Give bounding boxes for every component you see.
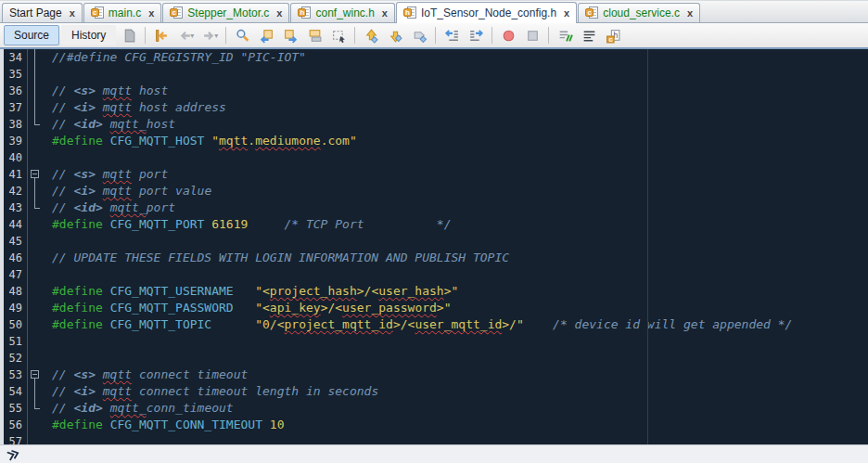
code-text: #define CFG_MQTT_PORT 61619 /* TCP Port … bbox=[42, 216, 452, 233]
tab-cloud-service-c[interactable]: ccloud_service.cx bbox=[578, 3, 700, 22]
fold-indicator bbox=[28, 333, 42, 350]
code-text: // <i> mqtt host address bbox=[42, 99, 226, 116]
line-number[interactable]: 55 bbox=[4, 400, 28, 417]
line-number[interactable]: 56 bbox=[4, 417, 28, 433]
tab-stepper-motor-c[interactable]: cStepper_Motor.cx bbox=[162, 3, 289, 22]
line-number[interactable]: 41 bbox=[4, 166, 28, 183]
code-text: #define CFG_MQTT_TOPIC "0/<project_mqtt_… bbox=[42, 316, 792, 333]
line-number[interactable]: 47 bbox=[4, 266, 28, 283]
shift-line-right-button[interactable] bbox=[465, 25, 487, 45]
code-text: // <i> mqtt connect timeout length in se… bbox=[42, 383, 378, 400]
code-token: >/< bbox=[393, 317, 415, 331]
fold-indicator[interactable] bbox=[28, 367, 42, 383]
line-number[interactable]: 39 bbox=[4, 133, 28, 149]
toolbar-separator bbox=[145, 27, 146, 44]
file-type-badge: h bbox=[298, 8, 306, 17]
expand-window-chevron-icon[interactable] bbox=[3, 444, 23, 463]
previous-bookmark-button[interactable] bbox=[360, 25, 382, 45]
code-line: 50#define CFG_MQTT_TOPIC "0/<project_mqt… bbox=[0, 316, 868, 333]
file-type-badge: c bbox=[585, 8, 594, 17]
start-macro-recording-button[interactable] bbox=[497, 25, 519, 45]
uncomment-lines-button[interactable] bbox=[578, 25, 600, 45]
tab-start-page[interactable]: Start Pagex bbox=[2, 3, 83, 22]
line-number[interactable]: 50 bbox=[4, 316, 28, 333]
line-number[interactable]: 48 bbox=[4, 283, 28, 300]
fold-toggle-icon[interactable] bbox=[31, 170, 39, 178]
line-number[interactable]: 44 bbox=[4, 216, 28, 233]
last-edit-position-icon[interactable] bbox=[118, 25, 140, 45]
line-number[interactable]: 57 bbox=[4, 433, 28, 444]
code-token: project_mqtt_id bbox=[284, 317, 392, 331]
code-text bbox=[42, 233, 52, 250]
toggle-bookmark-button[interactable] bbox=[408, 25, 430, 45]
line-number[interactable]: 54 bbox=[4, 383, 28, 400]
line-number[interactable]: 53 bbox=[4, 367, 28, 383]
source-view-button[interactable]: Source bbox=[4, 25, 59, 45]
code-token: // bbox=[52, 117, 73, 131]
tab-iot-sensor-node-config-h[interactable]: hIoT_Sensor_Node_config.hx bbox=[396, 2, 577, 23]
tab-close-icon[interactable]: x bbox=[276, 7, 282, 19]
code-token: . bbox=[248, 134, 255, 148]
tab-close-icon[interactable]: x bbox=[687, 7, 693, 19]
history-view-button[interactable]: History bbox=[61, 25, 116, 45]
find-selection-icon[interactable] bbox=[231, 25, 253, 45]
code-token: >" bbox=[444, 284, 459, 298]
code-area[interactable]: 34//#define CFG_REGISTRY_ID "PIC-IOT"353… bbox=[0, 49, 868, 444]
comment-lines-button[interactable] bbox=[554, 25, 576, 45]
code-token bbox=[103, 301, 110, 315]
code-token: port bbox=[132, 167, 168, 181]
tab-label: IoT_Sensor_Node_config.h bbox=[421, 6, 556, 19]
tab-conf-winc-h[interactable]: hconf_winc.hx bbox=[290, 3, 395, 22]
next-bookmark-button[interactable] bbox=[384, 25, 406, 45]
fold-indicator bbox=[28, 417, 42, 433]
code-line: 48#define CFG_MQTT_USERNAME "<project_ha… bbox=[0, 283, 868, 300]
code-token: >/< bbox=[357, 284, 378, 298]
line-number[interactable]: 49 bbox=[4, 300, 28, 316]
toggle-highlight-search-button[interactable] bbox=[303, 25, 326, 45]
line-number[interactable]: 34 bbox=[4, 49, 28, 66]
line-number[interactable]: 42 bbox=[4, 183, 28, 199]
code-line: 54// <i> mqtt connect timeout length in … bbox=[0, 383, 868, 400]
line-number[interactable]: 36 bbox=[4, 83, 28, 99]
line-number[interactable]: 35 bbox=[4, 66, 28, 83]
toggle-rectangular-selection-button[interactable] bbox=[327, 25, 350, 45]
code-token: mqtt bbox=[103, 167, 132, 181]
code-token: CFG_MQTT_CONN_TIMEOUT bbox=[110, 418, 262, 431]
code-token: mqtt bbox=[103, 384, 132, 398]
tab-close-icon[interactable]: x bbox=[382, 7, 388, 19]
line-number[interactable]: 51 bbox=[4, 333, 28, 350]
jump-to-last-edit-button[interactable] bbox=[150, 25, 172, 45]
editor-toolbar: Source History ▾ ▾ bbox=[0, 23, 868, 49]
tab-main-c[interactable]: cmain.cx bbox=[83, 3, 161, 22]
file-icon-c: c bbox=[170, 6, 183, 19]
line-number[interactable]: 37 bbox=[4, 99, 28, 116]
code-token: mqtt_ bbox=[110, 401, 147, 415]
code-text bbox=[42, 333, 52, 350]
find-previous-button[interactable] bbox=[255, 25, 277, 45]
tab-close-icon[interactable]: x bbox=[70, 7, 75, 19]
navigate-forward-button[interactable]: ▾ bbox=[198, 25, 221, 45]
find-next-button[interactable] bbox=[279, 25, 301, 45]
line-number[interactable]: 46 bbox=[4, 250, 28, 266]
code-token bbox=[248, 217, 284, 231]
navigate-back-button[interactable]: ▾ bbox=[174, 25, 197, 45]
fold-toggle-icon[interactable] bbox=[31, 370, 39, 379]
code-token: /* device id will get appended */ bbox=[553, 317, 792, 331]
line-number[interactable]: 43 bbox=[4, 199, 28, 216]
tab-close-icon[interactable]: x bbox=[148, 7, 154, 19]
line-number[interactable]: 38 bbox=[4, 116, 28, 133]
code-token: mqtt bbox=[103, 84, 132, 97]
line-number[interactable]: 40 bbox=[4, 149, 28, 166]
code-line: 46// UPDATE THESE FIELDS WITH LOGIN INFO… bbox=[0, 250, 868, 266]
tab-close-icon[interactable]: x bbox=[564, 7, 569, 19]
tab-label: Stepper_Motor.c bbox=[187, 6, 269, 19]
go-to-header-source-button[interactable]: hc bbox=[602, 25, 624, 45]
line-number[interactable]: 45 bbox=[4, 233, 28, 250]
stop-macro-recording-button[interactable] bbox=[521, 25, 543, 45]
shift-line-left-button[interactable] bbox=[440, 25, 463, 45]
code-token: "< bbox=[255, 301, 270, 315]
code-text: // <id> mqtt_host bbox=[42, 116, 175, 133]
line-number[interactable]: 52 bbox=[4, 350, 28, 367]
fold-indicator[interactable] bbox=[28, 166, 42, 183]
back-dropdown-caret-icon[interactable]: ▾ bbox=[190, 32, 194, 40]
